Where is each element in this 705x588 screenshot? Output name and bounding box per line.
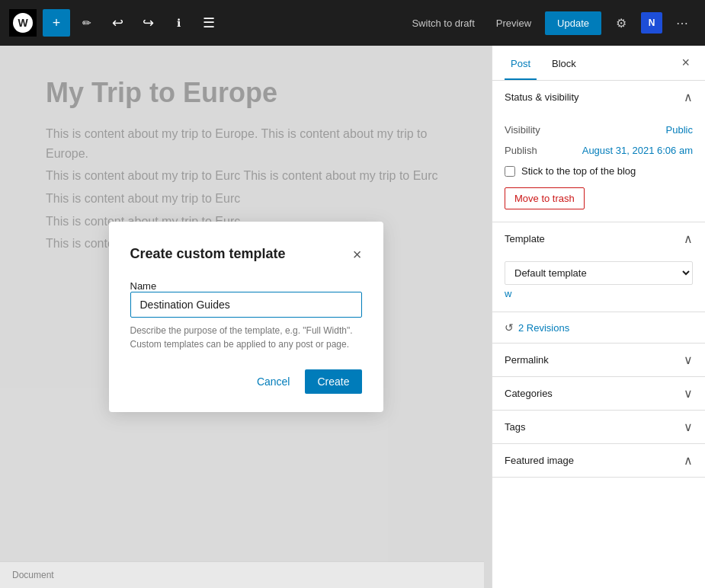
section-categories: Categories ∨: [492, 377, 705, 411]
modal-overlay: Create custom template × Name Describe t…: [0, 46, 492, 588]
more-options-button[interactable]: ⋯: [668, 9, 696, 37]
wp-logo-button[interactable]: W: [9, 9, 37, 37]
visibility-value[interactable]: Public: [666, 124, 693, 136]
tags-title: Tags: [505, 421, 525, 433]
toolbar: W + ✏ ↩ ↪ ℹ ☰ Switch to draft Preview Up…: [0, 0, 705, 46]
name-label: Name: [130, 280, 157, 292]
edit-button[interactable]: ✏: [73, 9, 101, 37]
list-icon: ☰: [203, 14, 215, 31]
permalink-title: Permalink: [505, 354, 549, 366]
revisions-icon: ↺: [505, 321, 514, 334]
template-title: Template: [505, 233, 545, 244]
modal-header: Create custom template ×: [130, 246, 362, 262]
tab-block[interactable]: Block: [546, 46, 582, 80]
chevron-down-tags-icon: ∨: [684, 420, 693, 434]
sidebar-tabs: Post Block ×: [492, 46, 705, 81]
chevron-up-template-icon: ∧: [684, 232, 693, 246]
close-icon: ×: [681, 55, 690, 70]
modal-close-icon: ×: [353, 246, 362, 263]
settings-button[interactable]: ⚙: [607, 9, 635, 37]
visibility-label: Visibility: [505, 124, 540, 136]
stick-row: Stick to the top of the blog: [505, 161, 693, 181]
modal-create-template: Create custom template × Name Describe t…: [109, 222, 383, 412]
chevron-up-featured-icon: ∧: [684, 453, 693, 468]
modal-close-button[interactable]: ×: [353, 247, 362, 262]
section-status-visibility: Status & visibility ∧ Visibility Public …: [492, 81, 705, 222]
undo-button[interactable]: ↩: [104, 9, 131, 37]
publish-value[interactable]: August 31, 2021 6:06 am: [582, 145, 693, 156]
chevron-down-permalink-icon: ∨: [684, 353, 693, 367]
tags-header[interactable]: Tags ∨: [492, 411, 705, 443]
template-link[interactable]: w: [505, 288, 511, 299]
cancel-button[interactable]: Cancel: [248, 369, 300, 394]
preview-button[interactable]: Preview: [489, 13, 539, 34]
info-button[interactable]: ℹ: [165, 9, 192, 37]
ellipsis-icon: ⋯: [676, 16, 688, 30]
name-input[interactable]: [130, 292, 362, 318]
visibility-row: Visibility Public: [505, 120, 693, 140]
status-visibility-title: Status & visibility: [505, 91, 579, 103]
switch-to-draft-button[interactable]: Switch to draft: [404, 13, 482, 34]
modal-actions: Cancel Create: [130, 369, 362, 394]
gear-icon: ⚙: [616, 16, 626, 30]
status-visibility-content: Visibility Public Publish August 31, 202…: [492, 113, 705, 222]
plus-icon: +: [53, 15, 61, 31]
info-icon: ℹ: [177, 17, 181, 29]
stick-checkbox[interactable]: [505, 166, 515, 177]
template-content: Default template w: [492, 255, 705, 312]
chevron-down-categories-icon: ∨: [684, 386, 693, 401]
n-badge: N: [641, 12, 662, 34]
move-to-trash-button[interactable]: Move to trash: [505, 187, 585, 209]
permalink-header[interactable]: Permalink ∨: [492, 344, 705, 376]
modal-title: Create custom template: [130, 246, 286, 262]
toolbar-right: Switch to draft Preview Update ⚙ N ⋯: [404, 9, 696, 37]
sidebar: Post Block × Status & visibility ∧ Visib…: [492, 46, 705, 588]
redo-icon: ↪: [143, 14, 154, 31]
revisions-row: ↺ 2 Revisions: [492, 312, 705, 344]
stick-label: Stick to the top of the blog: [521, 165, 636, 177]
categories-header[interactable]: Categories ∨: [492, 377, 705, 410]
wp-logo-text: W: [18, 17, 27, 29]
list-view-button[interactable]: ☰: [195, 9, 223, 37]
template-header[interactable]: Template ∧: [492, 222, 705, 255]
featured-image-header[interactable]: Featured image ∧: [492, 444, 705, 477]
undo-icon: ↩: [112, 14, 123, 31]
wp-logo-inner: W: [13, 13, 33, 33]
tab-post[interactable]: Post: [505, 46, 537, 80]
section-featured-image: Featured image ∧: [492, 444, 705, 478]
create-button[interactable]: Create: [305, 369, 361, 394]
add-block-button[interactable]: +: [43, 9, 70, 37]
categories-title: Categories: [505, 388, 553, 399]
revisions-link[interactable]: 2 Revisions: [518, 322, 569, 334]
section-permalink: Permalink ∨: [492, 344, 705, 377]
status-visibility-header[interactable]: Status & visibility ∧: [492, 81, 705, 113]
section-template: Template ∧ Default template w: [492, 222, 705, 312]
section-tags: Tags ∨: [492, 411, 705, 444]
chevron-up-icon: ∧: [684, 90, 693, 104]
modal-hint: Describe the purpose of the template, e.…: [130, 324, 362, 351]
pencil-icon: ✏: [82, 17, 91, 29]
update-button[interactable]: Update: [545, 11, 601, 35]
publish-row: Publish August 31, 2021 6:06 am: [505, 140, 693, 161]
sidebar-close-button[interactable]: ×: [678, 52, 693, 74]
redo-button[interactable]: ↪: [134, 9, 162, 37]
featured-image-title: Featured image: [505, 455, 574, 466]
template-select[interactable]: Default template: [505, 261, 693, 285]
publish-label: Publish: [505, 145, 537, 156]
